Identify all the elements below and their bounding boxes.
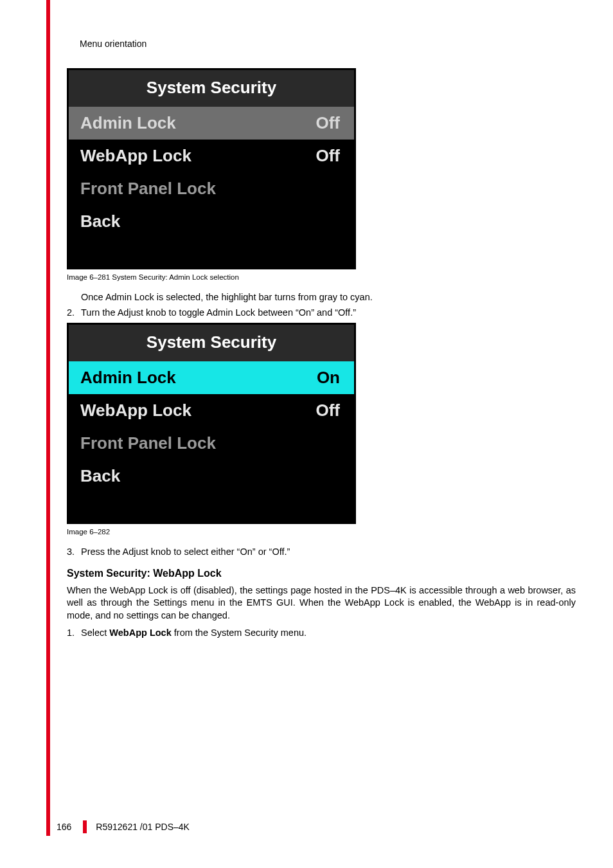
menu-item-back[interactable]: Back: [69, 205, 354, 238]
menu-spacer: [69, 238, 354, 267]
menu-item-webapp-lock[interactable]: WebApp Lock Off: [69, 140, 354, 172]
menu-item-label: WebApp Lock: [80, 401, 191, 420]
menu-item-value: On: [317, 368, 340, 388]
step-webapp-1: 1. Select WebApp Lock from the System Se…: [67, 627, 576, 640]
step-text: Select WebApp Lock from the System Secur…: [81, 627, 576, 640]
step-2: 2. Turn the Adjust knob to toggle Admin …: [67, 307, 576, 320]
menu-item-admin-lock[interactable]: Admin Lock On: [69, 361, 354, 394]
step-text-suffix: from the System Security menu.: [172, 628, 306, 638]
page-header-breadcrumb: Menu orientation: [80, 39, 147, 49]
left-red-bar: [46, 0, 50, 836]
footer-page-number: 166: [57, 822, 71, 832]
paragraph-webapp-lock: When the WebApp Lock is off (disabled), …: [67, 584, 576, 622]
menu-item-label: Back: [80, 466, 120, 486]
page-footer: 166 R5912621 /01 PDS–4K: [57, 820, 190, 833]
menu-item-front-panel-lock[interactable]: Front Panel Lock: [69, 172, 354, 205]
menu-title: System Security: [69, 70, 354, 107]
menu-item-back[interactable]: Back: [69, 460, 354, 493]
menu-item-label: Front Panel Lock: [80, 433, 216, 453]
step-number: 1.: [67, 627, 81, 640]
step-3: 3. Press the Adjust knob to select eithe…: [67, 546, 576, 559]
system-security-menu-1: System Security Admin Lock Off WebApp Lo…: [67, 68, 356, 269]
step-text: Press the Adjust knob to select either “…: [81, 546, 576, 559]
menu-item-label: Admin Lock: [80, 113, 176, 133]
section-heading-webapp-lock: System Security: WebApp Lock: [67, 568, 576, 579]
menu-item-value: Off: [315, 113, 340, 133]
paragraph-admin-lock-selected: Once Admin Lock is selected, the highlig…: [81, 291, 576, 304]
menu-item-webapp-lock[interactable]: WebApp Lock Off: [69, 394, 354, 427]
step-text-prefix: Select: [81, 628, 109, 638]
menu-spacer: [69, 493, 354, 522]
figure-caption-2: Image 6–282: [67, 528, 576, 536]
menu-item-label: Admin Lock: [80, 368, 176, 388]
menu-item-label: WebApp Lock: [80, 146, 191, 166]
step-number: 2.: [67, 307, 81, 320]
menu-item-admin-lock[interactable]: Admin Lock Off: [69, 107, 354, 140]
step-text-bold: WebApp Lock: [109, 628, 171, 638]
menu-item-label: Back: [80, 212, 120, 231]
system-security-menu-2: System Security Admin Lock On WebApp Loc…: [67, 323, 356, 524]
menu-item-label: Front Panel Lock: [80, 179, 216, 199]
footer-red-bar: [83, 820, 87, 833]
figure-caption-1: Image 6–281 System Security: Admin Lock …: [67, 273, 576, 281]
footer-doc-id: R5912621 /01 PDS–4K: [96, 822, 190, 832]
menu-item-value: Off: [315, 146, 340, 166]
menu-title: System Security: [69, 325, 354, 361]
menu-item-value: Off: [315, 401, 340, 420]
step-text: Turn the Adjust knob to toggle Admin Loc…: [81, 307, 576, 320]
menu-item-front-panel-lock[interactable]: Front Panel Lock: [69, 427, 354, 460]
step-number: 3.: [67, 546, 81, 559]
